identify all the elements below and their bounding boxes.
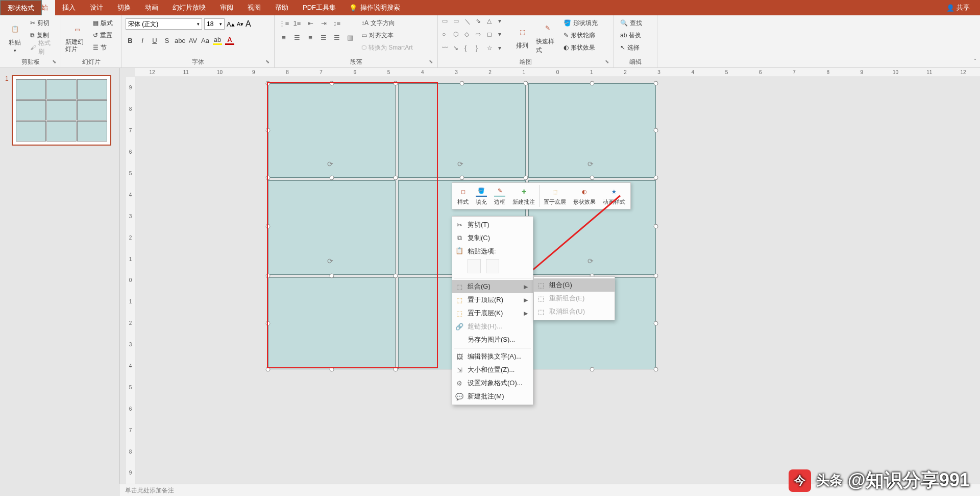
columns-button[interactable]: ▥ — [345, 32, 355, 42]
share-button[interactable]: 👤 共享 — [936, 3, 980, 12]
selection-handle[interactable] — [654, 176, 658, 180]
ctx-send-back[interactable]: ⬚置于底层(K)▶ — [452, 306, 533, 320]
paste-option-1[interactable] — [468, 259, 481, 273]
tab-slideshow[interactable]: 幻灯片放映 — [165, 0, 213, 15]
slide-thumbnail-1[interactable] — [12, 75, 111, 146]
increase-indent-button[interactable]: ⇥ — [318, 18, 329, 28]
font-dialog-launcher[interactable]: ⬊ — [265, 59, 273, 66]
selection-handle[interactable] — [394, 367, 398, 372]
mini-comment-button[interactable]: ✚新建批注 — [509, 185, 538, 207]
find-button[interactable]: 🔍查找 — [618, 17, 653, 29]
ctx-bring-front[interactable]: ⬚置于顶层(R)▶ — [452, 293, 533, 306]
font-size-select[interactable]: 18▾ — [204, 18, 225, 30]
spacing-button[interactable]: AV — [188, 37, 198, 44]
selection-handle[interactable] — [394, 274, 398, 278]
thumbnail-panel[interactable]: 1 — [0, 68, 120, 484]
shape-callout-icon[interactable]: ◻ — [487, 31, 497, 43]
selection-handle[interactable] — [590, 81, 595, 86]
font-name-select[interactable]: 宋体 (正文)▾ — [126, 18, 202, 30]
shape-rect2-icon[interactable]: ▭ — [453, 17, 463, 30]
shape-fill-button[interactable]: 🪣形状填充 — [561, 17, 600, 29]
selection-handle[interactable] — [266, 128, 271, 133]
shape-line-icon[interactable]: ＼ — [464, 17, 475, 30]
ctx-format-object[interactable]: ⚙设置对象格式(O)... — [452, 376, 533, 390]
rotate-handle-icon[interactable]: ⟳ — [327, 257, 336, 266]
shape-rect-icon[interactable]: ▭ — [442, 17, 452, 30]
clipboard-dialog-launcher[interactable]: ⬊ — [52, 59, 59, 66]
shape-rect[interactable] — [268, 277, 396, 369]
layout-button[interactable]: ▦版式 — [91, 17, 115, 29]
selection-handle[interactable] — [654, 128, 658, 133]
shapes-gallery[interactable]: ▭▭＼⇘△▾ ○⬡◇⇨◻▾ 〰↘{}☆▾ — [442, 17, 508, 57]
italic-button[interactable]: I — [138, 37, 147, 44]
shape-diamond-icon[interactable]: ◇ — [464, 31, 475, 43]
mini-fill-button[interactable]: 🪣填充 — [473, 185, 490, 207]
decrease-indent-button[interactable]: ⇤ — [305, 18, 315, 28]
shadow-button[interactable]: abc — [175, 37, 185, 44]
selection-handle[interactable] — [524, 176, 528, 180]
reset-button[interactable]: ↺重置 — [91, 30, 115, 41]
bullets-button[interactable]: ⋮≡ — [279, 18, 289, 28]
mini-effects-button[interactable]: ◐形状效果 — [570, 185, 599, 207]
justify-button[interactable]: ☰ — [318, 32, 329, 42]
slide-editor[interactable]: 1211109876543210123456789101112 98765432… — [120, 68, 980, 484]
ctx-new-comment[interactable]: 💬新建批注(M) — [452, 390, 533, 403]
mini-animstyle-button[interactable]: ★动画样式 — [600, 185, 628, 207]
decrease-font-button[interactable]: A▾ — [237, 21, 243, 28]
selection-handle[interactable] — [654, 81, 658, 86]
ctx-cut[interactable]: 剪切(T) — [452, 218, 533, 231]
underline-button[interactable]: U — [150, 37, 159, 44]
shape-outline-button[interactable]: ✎形状轮廓 — [561, 30, 600, 41]
tab-transition[interactable]: 切换 — [110, 0, 138, 15]
mini-style-button[interactable]: ◻样式 — [454, 185, 472, 207]
selection-handle[interactable] — [266, 321, 271, 326]
selection-handle[interactable] — [330, 81, 334, 86]
collapse-ribbon-button[interactable]: ˆ — [974, 58, 976, 65]
shape-arrow2-icon[interactable]: ⇨ — [476, 31, 486, 43]
strike-button[interactable]: S — [162, 37, 172, 44]
selection-handle[interactable] — [330, 176, 334, 180]
tab-pdf[interactable]: PDF工具集 — [296, 0, 343, 15]
selection-handle[interactable] — [654, 321, 658, 326]
replace-button[interactable]: ab替换 — [618, 30, 653, 41]
align-center-button[interactable]: ☰ — [292, 32, 302, 42]
ctx-copy[interactable]: 复制(C) — [452, 231, 533, 245]
tab-help[interactable]: 帮助 — [268, 0, 296, 15]
ctx-size-position[interactable]: ⇲大小和位置(Z)... — [452, 363, 533, 376]
align-left-button[interactable]: ≡ — [279, 32, 289, 42]
shape-triangle-icon[interactable]: △ — [487, 17, 497, 30]
shape-hex-icon[interactable]: ⬡ — [453, 31, 463, 43]
shape-more3-icon[interactable]: ▾ — [498, 44, 508, 57]
mini-sendback-button[interactable]: ⬚置于底层 — [541, 185, 569, 207]
align-right-button[interactable]: ≡ — [305, 32, 315, 42]
ctx-save-as-pic[interactable]: 另存为图片(S)... — [452, 333, 533, 346]
selection-handle[interactable] — [266, 176, 271, 180]
shape-more-icon[interactable]: ▾ — [498, 17, 508, 30]
submenu-group[interactable]: ⬚组合(G) — [534, 278, 615, 292]
shape-bracket-icon[interactable]: } — [476, 44, 486, 57]
highlight-button[interactable]: ab — [213, 36, 222, 45]
font-color-button[interactable]: A — [225, 36, 234, 45]
tab-insert[interactable]: 插入 — [55, 0, 83, 15]
selection-handle[interactable] — [266, 274, 271, 278]
align-text-button[interactable]: ▭对齐文本 — [359, 30, 415, 41]
cut-button[interactable]: 剪切 — [28, 17, 57, 29]
select-button[interactable]: ↖选择 — [618, 42, 653, 53]
drawing-dialog-launcher[interactable]: ⬊ — [605, 59, 612, 66]
paste-button[interactable]: 📋 粘贴 ▾ — [4, 17, 26, 57]
distribute-button[interactable]: ☰ — [332, 32, 342, 42]
format-painter-button[interactable]: 格式刷 — [28, 42, 57, 53]
rotate-handle-icon[interactable]: ⟳ — [587, 160, 597, 169]
shape-more2-icon[interactable]: ▾ — [498, 31, 508, 43]
selection-handle[interactable] — [590, 367, 595, 372]
mini-border-button[interactable]: ✎边框 — [491, 185, 508, 207]
selection-handle[interactable] — [654, 274, 658, 278]
tab-design[interactable]: 设计 — [83, 0, 110, 15]
shape-effects-button[interactable]: ◐形状效果 — [561, 42, 600, 53]
arrange-button[interactable]: ⬚排列 — [510, 17, 534, 57]
quick-styles-button[interactable]: ✎快速样式 — [536, 17, 559, 57]
selection-handle[interactable] — [330, 367, 334, 372]
selection-handle[interactable] — [460, 176, 464, 180]
text-direction-button[interactable]: ↕A文字方向 — [359, 17, 415, 29]
bold-button[interactable]: B — [126, 37, 135, 44]
